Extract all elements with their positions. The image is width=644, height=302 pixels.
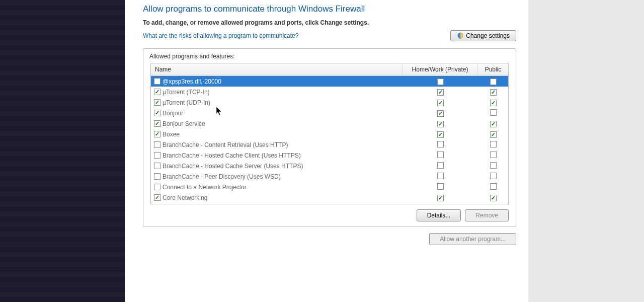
table-row[interactable]: µTorrent (TCP-In) [151, 87, 508, 97]
list-body[interactable]: @xpsp3res.dll,-20000µTorrent (TCP-In)µTo… [151, 76, 508, 204]
table-row[interactable]: µTorrent (UDP-In) [151, 97, 508, 108]
change-settings-label: Change settings [466, 32, 510, 39]
shield-icon [457, 32, 464, 39]
action-row: Details... Remove [143, 204, 516, 221]
risks-link[interactable]: What are the risks of allowing a program… [143, 32, 298, 39]
public-checkbox[interactable] [490, 109, 497, 116]
row-name-label: Core Networking [163, 194, 207, 201]
home-work-checkbox[interactable] [437, 79, 444, 85]
row-checkbox[interactable] [154, 99, 160, 106]
page-title: Allow programs to communicate through Wi… [143, 4, 516, 14]
public-checkbox[interactable] [490, 100, 497, 106]
table-row[interactable]: BranchCache - Content Retrieval (Uses HT… [151, 139, 508, 150]
row-name-label: Bonjour Service [163, 120, 205, 127]
list-header: Name Home/Work (Private) Public [151, 63, 508, 76]
table-row[interactable]: Core Networking [151, 192, 508, 203]
home-work-checkbox[interactable] [437, 100, 444, 106]
row-checkbox[interactable] [154, 78, 160, 85]
public-checkbox[interactable] [490, 131, 497, 138]
home-work-checkbox[interactable] [437, 183, 444, 190]
row-name-label: µTorrent (TCP-In) [163, 89, 210, 96]
table-row[interactable]: BranchCache - Hosted Cache Client (Uses … [151, 150, 508, 161]
table-row[interactable]: Connect to a Network Projector [151, 182, 508, 192]
public-checkbox[interactable] [490, 195, 497, 201]
left-background [0, 0, 125, 302]
row-checkbox[interactable] [154, 89, 160, 95]
public-checkbox[interactable] [490, 183, 497, 190]
footer-row: Allow another program... [143, 233, 516, 245]
column-name[interactable]: Name [151, 63, 403, 76]
row-checkbox[interactable] [154, 141, 160, 148]
row-checkbox[interactable] [154, 184, 160, 190]
row-name-label: Connect to a Network Projector [163, 184, 247, 191]
public-checkbox[interactable] [490, 141, 497, 147]
table-row[interactable]: BranchCache - Hosted Cache Server (Uses … [151, 161, 508, 171]
public-checkbox[interactable] [490, 121, 497, 127]
remove-button[interactable]: Remove [465, 209, 509, 221]
row-name-label: BranchCache - Hosted Cache Server (Uses … [163, 163, 303, 170]
risks-row: What are the risks of allowing a program… [143, 30, 516, 41]
table-row[interactable]: BranchCache - Peer Discovery (Uses WSD) [151, 171, 508, 182]
table-row[interactable]: Boxee [151, 129, 508, 139]
row-name-label: BranchCache - Hosted Cache Client (Uses … [163, 152, 301, 159]
row-checkbox[interactable] [154, 120, 160, 127]
row-checkbox[interactable] [154, 163, 160, 169]
instruction-text: To add, change, or remove allowed progra… [143, 19, 516, 26]
table-row[interactable]: Bonjour [151, 108, 508, 118]
home-work-checkbox[interactable] [437, 173, 444, 179]
row-name-label: @xpsp3res.dll,-20000 [163, 78, 221, 85]
row-name-label: Boxee [163, 131, 180, 138]
public-checkbox[interactable] [490, 162, 497, 169]
home-work-checkbox[interactable] [437, 162, 444, 169]
home-work-checkbox[interactable] [437, 152, 444, 158]
home-work-checkbox[interactable] [437, 195, 444, 201]
row-checkbox[interactable] [154, 110, 160, 116]
column-public[interactable]: Public [478, 63, 508, 76]
row-name-label: BranchCache - Content Retrieval (Uses HT… [163, 141, 288, 148]
table-row[interactable]: @xpsp3res.dll,-20000 [151, 76, 508, 87]
home-work-checkbox[interactable] [437, 110, 444, 117]
table-row[interactable]: Bonjour Service [151, 118, 508, 129]
row-name-label: Bonjour [163, 110, 183, 117]
row-checkbox[interactable] [154, 152, 160, 159]
public-checkbox[interactable] [490, 173, 497, 179]
right-background [528, 0, 644, 302]
row-checkbox[interactable] [154, 194, 160, 201]
main-panel: Allow programs to communicate through Wi… [125, 0, 528, 302]
allowed-programs-group: Allowed programs and features: Name Home… [143, 48, 516, 227]
home-work-checkbox[interactable] [437, 121, 444, 127]
home-work-checkbox[interactable] [437, 89, 444, 96]
row-name-label: µTorrent (UDP-In) [163, 99, 210, 106]
group-title: Allowed programs and features: [143, 49, 516, 63]
programs-list: Name Home/Work (Private) Public @xpsp3re… [150, 63, 509, 204]
public-checkbox[interactable] [490, 152, 497, 158]
allow-another-button[interactable]: Allow another program... [429, 233, 516, 245]
row-checkbox[interactable] [154, 131, 160, 137]
public-checkbox[interactable] [490, 89, 497, 96]
home-work-checkbox[interactable] [437, 141, 444, 147]
column-home-work[interactable]: Home/Work (Private) [403, 63, 478, 76]
public-checkbox[interactable] [490, 79, 497, 85]
details-button[interactable]: Details... [417, 209, 461, 221]
home-work-checkbox[interactable] [437, 131, 444, 138]
row-name-label: BranchCache - Peer Discovery (Uses WSD) [163, 173, 281, 180]
row-checkbox[interactable] [154, 173, 160, 180]
change-settings-button[interactable]: Change settings [450, 30, 516, 41]
